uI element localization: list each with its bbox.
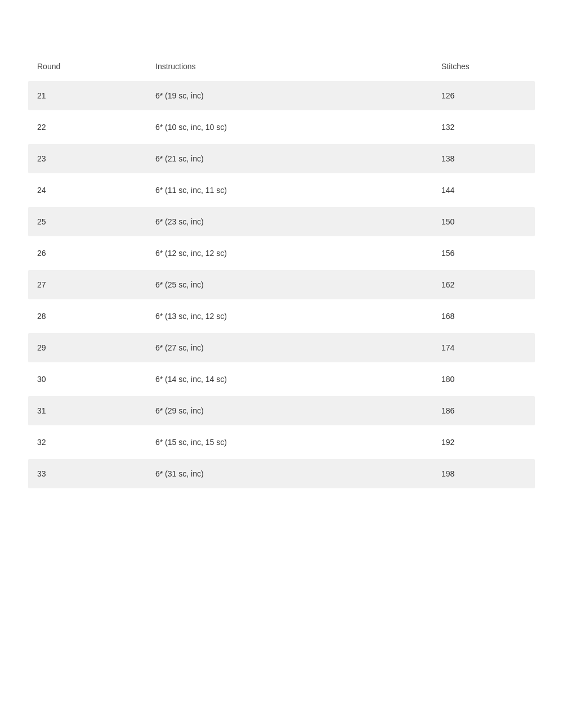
table-row: 296* (27 sc, inc)174 — [28, 333, 535, 362]
cell-instructions: 6* (11 sc, inc, 11 sc) — [155, 186, 441, 195]
cell-instructions: 6* (31 sc, inc) — [155, 469, 441, 478]
table-row: 326* (15 sc, inc, 15 sc)192 — [28, 428, 535, 457]
cell-round: 30 — [37, 375, 155, 384]
cell-instructions: 6* (27 sc, inc) — [155, 343, 441, 352]
table-row: 286* (13 sc, inc, 12 sc)168 — [28, 302, 535, 331]
cell-round: 27 — [37, 280, 155, 289]
cell-stitches: 150 — [441, 217, 526, 226]
cell-stitches: 168 — [441, 312, 526, 321]
cell-stitches: 162 — [441, 280, 526, 289]
cell-stitches: 180 — [441, 375, 526, 384]
table-body: 216* (19 sc, inc)126226* (10 sc, inc, 10… — [28, 81, 535, 488]
cell-stitches: 144 — [441, 186, 526, 195]
cell-round: 21 — [37, 91, 155, 100]
cell-instructions: 6* (12 sc, inc, 12 sc) — [155, 249, 441, 258]
cell-round: 25 — [37, 217, 155, 226]
cell-instructions: 6* (23 sc, inc) — [155, 217, 441, 226]
cell-instructions: 6* (29 sc, inc) — [155, 406, 441, 415]
table-header-row: Round Instructions Stitches — [28, 56, 535, 77]
cell-instructions: 6* (19 sc, inc) — [155, 91, 441, 100]
cell-stitches: 138 — [441, 154, 526, 163]
cell-round: 31 — [37, 406, 155, 415]
cell-instructions: 6* (14 sc, inc, 14 sc) — [155, 375, 441, 384]
cell-stitches: 156 — [441, 249, 526, 258]
cell-stitches: 186 — [441, 406, 526, 415]
cell-stitches: 132 — [441, 123, 526, 132]
table-row: 276* (25 sc, inc)162 — [28, 270, 535, 299]
table-row: 226* (10 sc, inc, 10 sc)132 — [28, 113, 535, 142]
header-instructions: Instructions — [155, 62, 441, 71]
table-row: 236* (21 sc, inc)138 — [28, 144, 535, 173]
cell-stitches: 126 — [441, 91, 526, 100]
cell-stitches: 198 — [441, 469, 526, 478]
header-round: Round — [37, 62, 155, 71]
cell-round: 32 — [37, 438, 155, 447]
cell-instructions: 6* (15 sc, inc, 15 sc) — [155, 438, 441, 447]
cell-instructions: 6* (10 sc, inc, 10 sc) — [155, 123, 441, 132]
cell-round: 22 — [37, 123, 155, 132]
cell-stitches: 192 — [441, 438, 526, 447]
cell-instructions: 6* (13 sc, inc, 12 sc) — [155, 312, 441, 321]
cell-round: 33 — [37, 469, 155, 478]
table-row: 306* (14 sc, inc, 14 sc)180 — [28, 365, 535, 394]
table-row: 246* (11 sc, inc, 11 sc)144 — [28, 176, 535, 205]
cell-round: 26 — [37, 249, 155, 258]
crochet-pattern-table: Round Instructions Stitches 216* (19 sc,… — [28, 56, 535, 488]
cell-round: 29 — [37, 343, 155, 352]
table-row: 316* (29 sc, inc)186 — [28, 396, 535, 425]
table-row: 256* (23 sc, inc)150 — [28, 207, 535, 236]
cell-instructions: 6* (21 sc, inc) — [155, 154, 441, 163]
table-row: 336* (31 sc, inc)198 — [28, 459, 535, 488]
header-stitches: Stitches — [441, 62, 526, 71]
cell-round: 24 — [37, 186, 155, 195]
cell-round: 28 — [37, 312, 155, 321]
cell-instructions: 6* (25 sc, inc) — [155, 280, 441, 289]
table-row: 216* (19 sc, inc)126 — [28, 81, 535, 110]
cell-stitches: 174 — [441, 343, 526, 352]
table-row: 266* (12 sc, inc, 12 sc)156 — [28, 239, 535, 268]
cell-round: 23 — [37, 154, 155, 163]
